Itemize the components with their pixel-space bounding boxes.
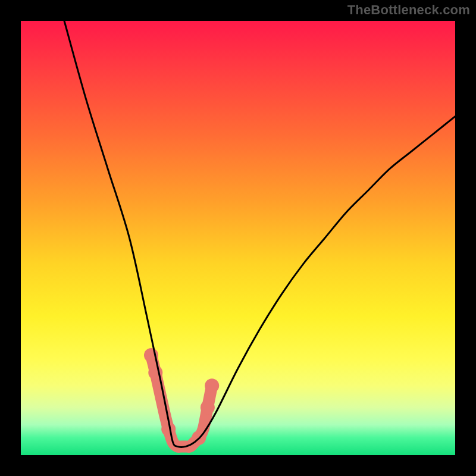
chart-svg	[21, 21, 455, 455]
marker-dot	[205, 378, 219, 393]
marker-group	[144, 348, 219, 447]
marker-dot	[201, 400, 215, 415]
watermark-text: TheBottleneck.com	[347, 2, 470, 18]
chart-frame: TheBottleneck.com	[0, 0, 476, 476]
plot-area	[21, 21, 455, 455]
bottleneck-curve-path	[64, 21, 455, 447]
